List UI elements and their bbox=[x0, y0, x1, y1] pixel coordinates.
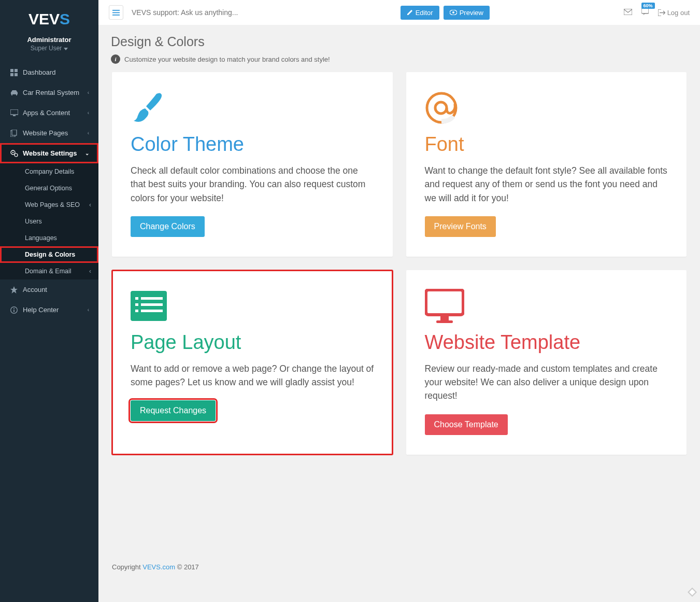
nav-label: Help Center bbox=[23, 306, 59, 314]
sub-item-users[interactable]: Users bbox=[0, 213, 98, 230]
chevron-left-icon: ‹ bbox=[88, 307, 89, 313]
choose-template-button[interactable]: Choose Template bbox=[425, 414, 508, 435]
cogs-icon bbox=[9, 150, 19, 157]
preview-button[interactable]: Preview bbox=[444, 6, 490, 20]
editor-button-label: Editor bbox=[416, 9, 433, 17]
nav-label: Car Rental System bbox=[23, 89, 79, 96]
sub-item-languages[interactable]: Languages bbox=[0, 230, 98, 246]
support-input[interactable] bbox=[132, 8, 266, 17]
svg-rect-31 bbox=[440, 316, 449, 320]
nav-label: Website Settings bbox=[23, 149, 77, 157]
svg-rect-0 bbox=[10, 69, 13, 72]
nav-label: Website Pages bbox=[23, 129, 68, 137]
logo[interactable]: VEVS bbox=[0, 0, 98, 33]
svg-rect-26 bbox=[135, 303, 138, 306]
grid-icon bbox=[9, 69, 19, 76]
sidebar: VEVS Administrator Super User Dashboard … bbox=[0, 0, 98, 602]
pencil-icon bbox=[407, 9, 413, 16]
logo-text-suffix: S bbox=[60, 10, 70, 27]
notification-badge: 60% bbox=[641, 3, 655, 9]
svg-point-22 bbox=[435, 102, 447, 114]
logout-link[interactable]: Log out bbox=[658, 9, 690, 17]
change-colors-button[interactable]: Change Colors bbox=[131, 216, 205, 237]
editor-button[interactable]: Editor bbox=[401, 6, 439, 20]
topbar: Editor Preview 60% Log out bbox=[98, 0, 700, 25]
sidebar-item-car-rental[interactable]: Car Rental System ‹ bbox=[0, 82, 98, 103]
user-type-dropdown[interactable]: Super User bbox=[31, 45, 68, 52]
chevron-down-icon: ⌄ bbox=[85, 150, 89, 156]
svg-rect-5 bbox=[13, 115, 16, 116]
svg-rect-16 bbox=[112, 15, 120, 16]
svg-rect-25 bbox=[141, 297, 163, 300]
card-page-layout: Page Layout Want to add or remove a web … bbox=[112, 270, 393, 455]
svg-rect-28 bbox=[135, 310, 138, 312]
nav-label: Dashboard bbox=[23, 68, 56, 76]
main-content: Editor Preview 60% Log out bbox=[98, 0, 700, 602]
svg-rect-24 bbox=[135, 297, 138, 300]
sub-item-web-pages-seo[interactable]: Web Pages & SEO bbox=[0, 197, 98, 213]
card-website-template: Website Template Review our ready-made a… bbox=[406, 270, 687, 455]
chevron-left-icon: ‹ bbox=[88, 130, 89, 136]
svg-rect-12 bbox=[13, 310, 15, 312]
svg-rect-30 bbox=[426, 290, 463, 315]
sub-item-company-details[interactable]: Company Details bbox=[0, 163, 98, 180]
page-header: Design & Colors i Customize your website… bbox=[98, 25, 700, 72]
card-desc: Want to change the default font style? S… bbox=[425, 164, 668, 205]
svg-rect-14 bbox=[112, 10, 120, 11]
card-font: Font Want to change the default font sty… bbox=[406, 72, 687, 257]
sub-item-design-colors[interactable]: Design & Colors bbox=[0, 246, 98, 263]
info-icon bbox=[9, 306, 19, 314]
preview-button-label: Preview bbox=[460, 9, 483, 17]
nav-label: Account bbox=[23, 286, 47, 293]
sub-item-domain-email[interactable]: Domain & Email bbox=[0, 263, 98, 279]
page-subtitle-text: Customize your website design to match y… bbox=[124, 55, 330, 63]
svg-rect-29 bbox=[141, 310, 163, 312]
card-desc: Check all default color combinations and… bbox=[131, 164, 374, 205]
svg-rect-15 bbox=[112, 12, 120, 13]
footer: Copyright VEVS.com © 2017 bbox=[98, 554, 700, 602]
svg-rect-32 bbox=[436, 320, 453, 323]
footer-link[interactable]: VEVS.com bbox=[142, 563, 175, 571]
eye-icon bbox=[450, 10, 457, 15]
svg-rect-7 bbox=[12, 130, 17, 135]
screen-icon bbox=[9, 109, 19, 116]
svg-point-9 bbox=[12, 151, 13, 152]
hamburger-icon bbox=[112, 10, 120, 16]
page-title: Design & Colors bbox=[111, 34, 688, 49]
list-layout-icon bbox=[131, 288, 374, 324]
request-changes-button[interactable]: Request Changes bbox=[131, 400, 216, 421]
svg-rect-2 bbox=[10, 73, 13, 76]
car-icon bbox=[9, 90, 19, 96]
sidebar-item-website-settings[interactable]: Website Settings ⌄ bbox=[0, 143, 98, 163]
svg-rect-4 bbox=[10, 109, 18, 115]
menu-toggle-button[interactable] bbox=[109, 5, 123, 20]
footer-suffix: © 2017 bbox=[175, 563, 199, 571]
svg-rect-27 bbox=[141, 303, 163, 306]
sub-item-general-options[interactable]: General Options bbox=[0, 180, 98, 197]
caret-down-icon bbox=[64, 45, 68, 52]
user-info[interactable]: Administrator Super User bbox=[0, 33, 98, 58]
corner-widget-icon[interactable] bbox=[688, 587, 697, 599]
at-sign-icon bbox=[425, 90, 668, 126]
sidebar-item-apps-content[interactable]: Apps & Content ‹ bbox=[0, 103, 98, 123]
preview-fonts-button[interactable]: Preview Fonts bbox=[425, 216, 496, 237]
logout-label: Log out bbox=[667, 9, 690, 17]
footer-prefix: Copyright bbox=[112, 563, 142, 571]
info-icon: i bbox=[111, 54, 120, 64]
card-title: Page Layout bbox=[131, 331, 374, 354]
sidebar-item-website-pages[interactable]: Website Pages ‹ bbox=[0, 123, 98, 143]
sidebar-item-dashboard[interactable]: Dashboard bbox=[0, 62, 98, 82]
sidebar-item-help-center[interactable]: Help Center ‹ bbox=[0, 300, 98, 320]
sidebar-item-account[interactable]: Account bbox=[0, 279, 98, 300]
support-search bbox=[132, 8, 266, 17]
logo-text-prefix: VEV bbox=[28, 10, 60, 27]
logout-icon bbox=[658, 9, 665, 16]
star-icon bbox=[9, 286, 19, 293]
notification-icon[interactable]: 60% bbox=[641, 8, 649, 17]
user-type-label: Super User bbox=[31, 45, 62, 52]
card-color-theme: Color Theme Check all default color comb… bbox=[112, 72, 393, 257]
card-desc: Review our ready-made and custom templat… bbox=[425, 362, 668, 403]
chevron-left-icon: ‹ bbox=[88, 110, 89, 116]
mail-icon[interactable] bbox=[624, 8, 632, 17]
copy-icon bbox=[9, 130, 19, 137]
